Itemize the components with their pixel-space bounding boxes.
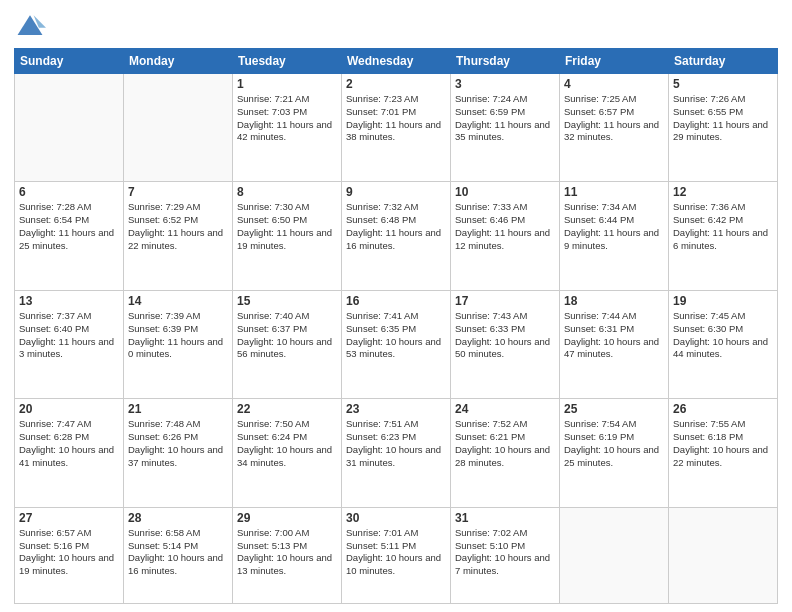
col-header-saturday: Saturday [669, 49, 778, 74]
day-number: 18 [564, 294, 664, 308]
day-number: 9 [346, 185, 446, 199]
cell-info: Sunrise: 7:30 AMSunset: 6:50 PMDaylight:… [237, 201, 332, 250]
day-number: 29 [237, 511, 337, 525]
day-number: 2 [346, 77, 446, 91]
cell-info: Sunrise: 7:33 AMSunset: 6:46 PMDaylight:… [455, 201, 550, 250]
table-row: 26 Sunrise: 7:55 AMSunset: 6:18 PMDaylig… [669, 399, 778, 507]
day-number: 6 [19, 185, 119, 199]
day-number: 30 [346, 511, 446, 525]
day-number: 31 [455, 511, 555, 525]
cell-info: Sunrise: 7:41 AMSunset: 6:35 PMDaylight:… [346, 310, 441, 359]
day-number: 26 [673, 402, 773, 416]
table-row: 11 Sunrise: 7:34 AMSunset: 6:44 PMDaylig… [560, 182, 669, 290]
day-number: 16 [346, 294, 446, 308]
col-header-monday: Monday [124, 49, 233, 74]
table-row: 25 Sunrise: 7:54 AMSunset: 6:19 PMDaylig… [560, 399, 669, 507]
day-number: 10 [455, 185, 555, 199]
cell-info: Sunrise: 7:40 AMSunset: 6:37 PMDaylight:… [237, 310, 332, 359]
table-row [124, 74, 233, 182]
table-row: 16 Sunrise: 7:41 AMSunset: 6:35 PMDaylig… [342, 290, 451, 398]
col-header-tuesday: Tuesday [233, 49, 342, 74]
day-number: 4 [564, 77, 664, 91]
day-number: 21 [128, 402, 228, 416]
table-row: 18 Sunrise: 7:44 AMSunset: 6:31 PMDaylig… [560, 290, 669, 398]
table-row: 2 Sunrise: 7:23 AMSunset: 7:01 PMDayligh… [342, 74, 451, 182]
day-number: 11 [564, 185, 664, 199]
cell-info: Sunrise: 7:25 AMSunset: 6:57 PMDaylight:… [564, 93, 659, 142]
cell-info: Sunrise: 7:39 AMSunset: 6:39 PMDaylight:… [128, 310, 223, 359]
table-row: 1 Sunrise: 7:21 AMSunset: 7:03 PMDayligh… [233, 74, 342, 182]
col-header-wednesday: Wednesday [342, 49, 451, 74]
table-row: 8 Sunrise: 7:30 AMSunset: 6:50 PMDayligh… [233, 182, 342, 290]
cell-info: Sunrise: 7:36 AMSunset: 6:42 PMDaylight:… [673, 201, 768, 250]
table-row [15, 74, 124, 182]
cell-info: Sunrise: 7:01 AMSunset: 5:11 PMDaylight:… [346, 527, 441, 576]
day-number: 23 [346, 402, 446, 416]
table-row: 10 Sunrise: 7:33 AMSunset: 6:46 PMDaylig… [451, 182, 560, 290]
col-header-sunday: Sunday [15, 49, 124, 74]
table-row: 28 Sunrise: 6:58 AMSunset: 5:14 PMDaylig… [124, 507, 233, 603]
cell-info: Sunrise: 7:28 AMSunset: 6:54 PMDaylight:… [19, 201, 114, 250]
day-number: 14 [128, 294, 228, 308]
table-row: 19 Sunrise: 7:45 AMSunset: 6:30 PMDaylig… [669, 290, 778, 398]
table-row [560, 507, 669, 603]
cell-info: Sunrise: 7:26 AMSunset: 6:55 PMDaylight:… [673, 93, 768, 142]
table-row: 23 Sunrise: 7:51 AMSunset: 6:23 PMDaylig… [342, 399, 451, 507]
calendar-row: 13 Sunrise: 7:37 AMSunset: 6:40 PMDaylig… [15, 290, 778, 398]
cell-info: Sunrise: 7:37 AMSunset: 6:40 PMDaylight:… [19, 310, 114, 359]
table-row: 27 Sunrise: 6:57 AMSunset: 5:16 PMDaylig… [15, 507, 124, 603]
table-row: 6 Sunrise: 7:28 AMSunset: 6:54 PMDayligh… [15, 182, 124, 290]
cell-info: Sunrise: 7:47 AMSunset: 6:28 PMDaylight:… [19, 418, 114, 467]
cell-info: Sunrise: 7:02 AMSunset: 5:10 PMDaylight:… [455, 527, 550, 576]
cell-info: Sunrise: 7:43 AMSunset: 6:33 PMDaylight:… [455, 310, 550, 359]
day-number: 28 [128, 511, 228, 525]
cell-info: Sunrise: 7:50 AMSunset: 6:24 PMDaylight:… [237, 418, 332, 467]
col-header-friday: Friday [560, 49, 669, 74]
day-number: 22 [237, 402, 337, 416]
table-row: 5 Sunrise: 7:26 AMSunset: 6:55 PMDayligh… [669, 74, 778, 182]
cell-info: Sunrise: 7:45 AMSunset: 6:30 PMDaylight:… [673, 310, 768, 359]
cell-info: Sunrise: 7:51 AMSunset: 6:23 PMDaylight:… [346, 418, 441, 467]
calendar-row: 1 Sunrise: 7:21 AMSunset: 7:03 PMDayligh… [15, 74, 778, 182]
cell-info: Sunrise: 7:44 AMSunset: 6:31 PMDaylight:… [564, 310, 659, 359]
table-row: 29 Sunrise: 7:00 AMSunset: 5:13 PMDaylig… [233, 507, 342, 603]
day-number: 13 [19, 294, 119, 308]
day-number: 5 [673, 77, 773, 91]
table-row: 4 Sunrise: 7:25 AMSunset: 6:57 PMDayligh… [560, 74, 669, 182]
cell-info: Sunrise: 7:32 AMSunset: 6:48 PMDaylight:… [346, 201, 441, 250]
calendar-header-row: SundayMondayTuesdayWednesdayThursdayFrid… [15, 49, 778, 74]
table-row: 30 Sunrise: 7:01 AMSunset: 5:11 PMDaylig… [342, 507, 451, 603]
cell-info: Sunrise: 7:00 AMSunset: 5:13 PMDaylight:… [237, 527, 332, 576]
day-number: 15 [237, 294, 337, 308]
table-row: 31 Sunrise: 7:02 AMSunset: 5:10 PMDaylig… [451, 507, 560, 603]
day-number: 20 [19, 402, 119, 416]
calendar-table: SundayMondayTuesdayWednesdayThursdayFrid… [14, 48, 778, 604]
day-number: 3 [455, 77, 555, 91]
table-row: 12 Sunrise: 7:36 AMSunset: 6:42 PMDaylig… [669, 182, 778, 290]
table-row: 14 Sunrise: 7:39 AMSunset: 6:39 PMDaylig… [124, 290, 233, 398]
table-row [669, 507, 778, 603]
logo-icon [14, 10, 46, 42]
day-number: 17 [455, 294, 555, 308]
day-number: 7 [128, 185, 228, 199]
page-container: SundayMondayTuesdayWednesdayThursdayFrid… [0, 0, 792, 612]
table-row: 15 Sunrise: 7:40 AMSunset: 6:37 PMDaylig… [233, 290, 342, 398]
cell-info: Sunrise: 7:24 AMSunset: 6:59 PMDaylight:… [455, 93, 550, 142]
cell-info: Sunrise: 7:29 AMSunset: 6:52 PMDaylight:… [128, 201, 223, 250]
day-number: 27 [19, 511, 119, 525]
cell-info: Sunrise: 7:48 AMSunset: 6:26 PMDaylight:… [128, 418, 223, 467]
table-row: 7 Sunrise: 7:29 AMSunset: 6:52 PMDayligh… [124, 182, 233, 290]
table-row: 3 Sunrise: 7:24 AMSunset: 6:59 PMDayligh… [451, 74, 560, 182]
calendar-row: 20 Sunrise: 7:47 AMSunset: 6:28 PMDaylig… [15, 399, 778, 507]
col-header-thursday: Thursday [451, 49, 560, 74]
cell-info: Sunrise: 7:55 AMSunset: 6:18 PMDaylight:… [673, 418, 768, 467]
table-row: 21 Sunrise: 7:48 AMSunset: 6:26 PMDaylig… [124, 399, 233, 507]
header [14, 10, 778, 42]
table-row: 22 Sunrise: 7:50 AMSunset: 6:24 PMDaylig… [233, 399, 342, 507]
cell-info: Sunrise: 6:58 AMSunset: 5:14 PMDaylight:… [128, 527, 223, 576]
cell-info: Sunrise: 7:21 AMSunset: 7:03 PMDaylight:… [237, 93, 332, 142]
day-number: 24 [455, 402, 555, 416]
day-number: 8 [237, 185, 337, 199]
table-row: 13 Sunrise: 7:37 AMSunset: 6:40 PMDaylig… [15, 290, 124, 398]
table-row: 17 Sunrise: 7:43 AMSunset: 6:33 PMDaylig… [451, 290, 560, 398]
